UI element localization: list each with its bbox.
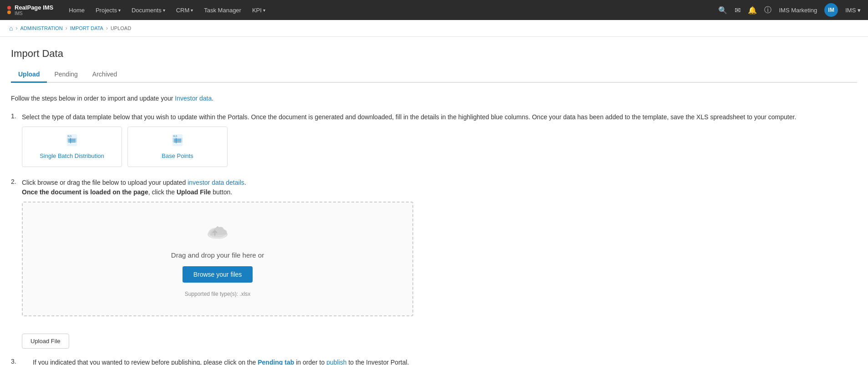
brand-name: RealPage IMS — [15, 4, 53, 11]
breadcrumb-import-data[interactable]: IMPORT DATA — [70, 25, 103, 31]
step-2-text: Click browse or drag the file below to u… — [22, 178, 246, 197]
search-icon[interactable]: 🔍 — [718, 6, 727, 15]
help-icon[interactable]: ⓘ — [764, 5, 772, 15]
step-1-text: Select the type of data template below t… — [22, 112, 796, 122]
svg-text:XLS: XLS — [67, 135, 72, 137]
brand-logo[interactable]: RealPage IMS IMS — [7, 4, 53, 16]
nav-task-manager[interactable]: Task Manager — [199, 0, 246, 20]
step-3-row: 3. If you indicated that you wanted to r… — [11, 358, 857, 365]
nav-home[interactable]: Home — [64, 0, 89, 20]
tab-pending[interactable]: Pending — [47, 67, 85, 83]
supported-file-types: Supported file type(s): .xlsx — [32, 291, 403, 297]
user-label: IMS Marketing — [779, 7, 817, 14]
breadcrumb-current: UPLOAD — [111, 25, 131, 31]
browse-files-button[interactable]: Browse your files — [183, 266, 253, 283]
brand-dots — [7, 6, 11, 14]
drag-drop-text: Drag and drop your file here or — [32, 251, 403, 259]
nav-crm[interactable]: CRM ▾ — [172, 0, 198, 20]
nav-projects[interactable]: Projects ▾ — [91, 0, 125, 20]
top-navigation: RealPage IMS IMS Home Projects ▾ Documen… — [0, 0, 868, 20]
nav-documents[interactable]: Documents ▾ — [127, 0, 170, 20]
tab-archived[interactable]: Archived — [85, 67, 124, 83]
ims-dropdown[interactable]: IMS ▾ — [845, 7, 861, 14]
excel-icon-2: XLS — [173, 134, 183, 149]
breadcrumb-sep-2: › — [66, 25, 67, 31]
template-cards: XLS Single Batch Distribution XLS — [22, 127, 857, 167]
breadcrumb-sep-1: › — [15, 25, 17, 31]
tab-upload[interactable]: Upload — [11, 67, 47, 83]
breadcrumb-administration[interactable]: ADMINISTRATION — [20, 25, 62, 31]
excel-icon: XLS — [67, 134, 77, 149]
intro-text: Follow the steps below in order to impor… — [11, 94, 857, 103]
dot-orange — [7, 10, 11, 14]
chevron-down-icon: ▾ — [118, 8, 121, 13]
step-2-line1: Click browse or drag the file below to u… — [22, 178, 246, 188]
step-2: 2. Click browse or drag the file below t… — [11, 178, 857, 316]
step-2-num: 2. — [11, 178, 18, 185]
step-1-row: 1. Select the type of data template belo… — [11, 112, 857, 122]
step-1: 1. Select the type of data template belo… — [11, 112, 857, 167]
step-1-num: 1. — [11, 112, 18, 120]
step-3: 3. If you indicated that you wanted to r… — [11, 358, 857, 365]
step-2-row: 2. Click browse or drag the file below t… — [11, 178, 857, 197]
chevron-down-icon: ▾ — [263, 8, 265, 13]
brand-sub: IMS — [15, 11, 53, 16]
nav-kpi[interactable]: KPI ▾ — [248, 0, 270, 20]
step-2-line2: Once the document is loaded on the page,… — [22, 188, 246, 197]
chevron-down-icon: ▾ — [163, 8, 165, 13]
tabs: Upload Pending Archived — [11, 67, 857, 83]
upload-file-button[interactable]: Upload File — [22, 334, 69, 349]
mail-icon[interactable]: ✉ — [735, 6, 741, 15]
breadcrumb: ⌂ › ADMINISTRATION › IMPORT DATA › UPLOA… — [0, 20, 868, 37]
step-3-text: If you indicated that you wanted to revi… — [33, 358, 409, 365]
main-content: Import Data Upload Pending Archived Foll… — [0, 37, 868, 365]
template-base-points-label: Base Points — [162, 152, 193, 159]
brand-text-block: RealPage IMS IMS — [15, 4, 53, 16]
page-title: Import Data — [11, 48, 857, 60]
upload-dropzone[interactable]: Drag and drop your file here or Browse y… — [22, 202, 413, 316]
avatar[interactable]: IM — [824, 3, 838, 17]
template-single-batch-label: Single Batch Distribution — [40, 152, 104, 159]
template-base-points[interactable]: XLS Base Points — [127, 127, 228, 167]
chevron-down-icon: ▾ — [191, 8, 193, 13]
template-single-batch[interactable]: XLS Single Batch Distribution — [22, 127, 122, 167]
bell-icon[interactable]: 🔔 — [748, 6, 757, 15]
svg-text:XLS: XLS — [173, 135, 178, 137]
home-icon[interactable]: ⌂ — [9, 25, 13, 32]
dot-red — [7, 6, 11, 10]
cloud-upload-icon — [32, 221, 403, 246]
step-3-num: 3. — [11, 358, 18, 365]
nav-links: Home Projects ▾ Documents ▾ CRM ▾ Task M… — [64, 0, 718, 20]
nav-right: 🔍 ✉ 🔔 ⓘ IMS Marketing IM IMS ▾ — [718, 3, 861, 17]
breadcrumb-sep-3: › — [106, 25, 108, 31]
